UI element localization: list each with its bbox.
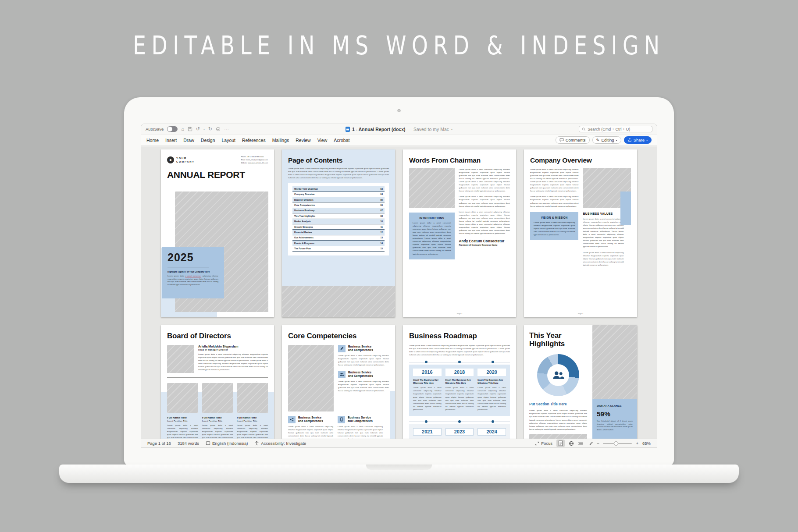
webcam-icon [398,109,401,112]
page-cover[interactable]: ◆ YOUR COMPANY Phone: +88 12 345 6789 10… [161,149,274,317]
page-chairman[interactable]: Words From Chairman INTRODUCTIONS Lorem … [403,149,516,317]
undo-icon[interactable]: ↺ [196,127,200,131]
toc-row[interactable]: Our Achievements13 [292,235,385,241]
print-layout-button[interactable] [556,440,565,447]
save-icon[interactable] [188,127,192,131]
web-layout-button[interactable] [569,441,574,446]
saved-state: — Saved to my Mac [407,127,449,132]
cover-art: 2025 Highlight Tagline For Your Company … [161,192,274,317]
outline-view-button[interactable] [578,441,583,446]
language-selector[interactable]: English (Indonesia) [206,441,248,446]
tab-review[interactable]: Review [296,138,310,143]
zoom-in-button[interactable]: + [636,441,638,446]
toc-row[interactable]: Company Overview04 [292,192,385,197]
timeline-dot [492,420,494,423]
toc-row[interactable]: Business Roadmap07 [292,208,385,213]
competency-item: Business Service and Competencies Lorem … [338,416,383,439]
laptop-base-notch [366,465,432,470]
page-board[interactable]: Board of Directors Ariella Moldekin Siep… [161,325,274,439]
body-text: Lorem ipsum dolor a amet consectet adipi… [445,386,474,411]
member-name: Full Name Here [167,416,198,419]
tab-insert[interactable]: Insert [165,138,177,143]
toc-row[interactable]: Board of Directors05 [292,197,385,202]
timeline-dot [425,361,428,363]
contact-block: Phone: +88 12 345 6789 10000 Email: inse… [241,156,268,165]
comments-button[interactable]: Comments [556,136,590,144]
share-button[interactable]: Share ▾ [624,136,652,144]
feedback-icon[interactable] [216,127,221,131]
milestone-year: 2020 [477,369,506,376]
toc-row[interactable]: This Year Highlights08 [292,213,385,219]
tab-home[interactable]: Home [146,138,159,143]
divider [167,377,268,378]
zoom-level[interactable]: 65% [642,441,651,446]
search-icon [582,127,586,131]
glance-heading: 2025 AT A GLANCE [597,404,633,407]
tab-mailings[interactable]: Mailings [272,138,289,143]
redo-icon[interactable]: ↻ [208,127,212,131]
toc-box: Words From Chairman03 Company Overview04… [288,183,389,255]
toc-row[interactable]: Growth Strategies11 [292,224,385,230]
body-text: Lorem ipsum dolor a amet consectet adipi… [459,210,510,235]
tab-view[interactable]: View [317,138,328,143]
draft-view-button[interactable] [587,441,593,446]
zoom-slider-thumb[interactable] [614,441,618,446]
zoom-out-button[interactable]: – [597,441,599,446]
page-contents[interactable]: Page of Contents Lorem ipsum dolor a ame… [282,149,395,317]
page-overview[interactable]: Company Overview Lorem ipsum dolor a ame… [524,149,637,317]
toc-row[interactable]: The Future Plan15 [292,246,385,252]
board-title: Board of Directors [167,332,268,340]
body-text: Lorem ipsum dolor a amet consectet adipi… [477,386,506,411]
introductions-heading: INTRODUCTIONS [413,216,451,220]
share-network-icon [288,416,296,423]
search-box[interactable] [579,126,652,132]
autosave-toggle[interactable] [167,126,178,132]
member-name: Full Name Here [202,416,233,419]
page-highlights[interactable]: This Year Highlights Put Section Title H… [524,325,637,439]
milestone-year: 2023 [445,428,474,436]
board-member-card: Full Name Here Insert Position Title Lor… [167,383,198,439]
editing-button[interactable]: ✎ Editing ▾ [592,136,621,144]
word-window: 1 - Annual Report (docx) — Saved to my M… [141,124,657,448]
more-icon[interactable]: ⋯ [224,127,229,131]
member-photo-placeholder [237,383,268,413]
body-text: Lorem ipsum dolor a amet consectet adipi… [338,380,389,392]
home-icon[interactable]: ⌂ [181,127,184,131]
toc-row[interactable]: Market Analysis10 [292,219,385,224]
timeline [409,359,510,365]
undo-chevron-icon[interactable]: ▾ [203,128,205,131]
accessibility-status[interactable]: Accessibility: Investigate [254,441,306,446]
tab-draw[interactable]: Draw [183,138,194,143]
page-indicator[interactable]: Page 1 of 16 [147,441,171,446]
stat-note: Nos felisphabil aliquet al il diseat qua… [597,420,633,432]
focus-button[interactable]: Focus [535,441,552,446]
toc-row[interactable]: Financial Review12 [292,230,385,235]
word-count[interactable]: 3184 words [178,441,199,446]
section-title-link[interactable]: Put Section Title Here [529,402,587,406]
zoom-slider[interactable] [603,443,632,444]
toc-row[interactable]: Words From Chairman03 [292,186,385,192]
tab-references[interactable]: References [242,138,266,143]
tab-acrobat[interactable]: Acrobat [334,138,349,143]
chevron-down-icon[interactable]: ▾ [451,128,452,131]
page-roadmap[interactable]: Business Roadmap Lorem ipsum dolor a ame… [403,325,516,439]
page-competencies[interactable]: Core Competencies Business Service and C… [282,325,395,439]
introductions-box: INTRODUCTIONS Lorem ipsum dolor a amet c… [409,213,455,259]
body-text: Lorem ipsum dolor a amet consectet adipi… [413,386,442,411]
body-text: Lorem ipsum dolor a amet consectet adipi… [583,251,623,266]
toc-row[interactable]: Core Competencies06 [292,202,385,208]
milestone: 2024 Insert The Business Key Milestone T… [477,428,506,439]
tab-layout[interactable]: Layout [221,138,235,143]
search-input[interactable] [588,127,649,131]
tab-design[interactable]: Design [201,138,215,143]
toc-row[interactable]: Events & Programs14 [292,241,385,246]
autosave-label: AutoSave [146,127,164,131]
quick-access-bar: 1 - Annual Report (docx) — Saved to my M… [141,124,657,135]
body-text: Lorem ipsum dolor a amet consectet adipi… [534,221,575,236]
competencies-lightblue-band [390,391,395,439]
cover-link[interactable]: a great nonsense, [185,275,201,277]
page-number: Page 4 [524,313,637,315]
word-doc-icon [346,127,350,132]
comment-bubble-icon [559,138,564,142]
glance-box: 2025 AT A GLANCE 59% Nos felisphabil ali… [592,399,637,439]
